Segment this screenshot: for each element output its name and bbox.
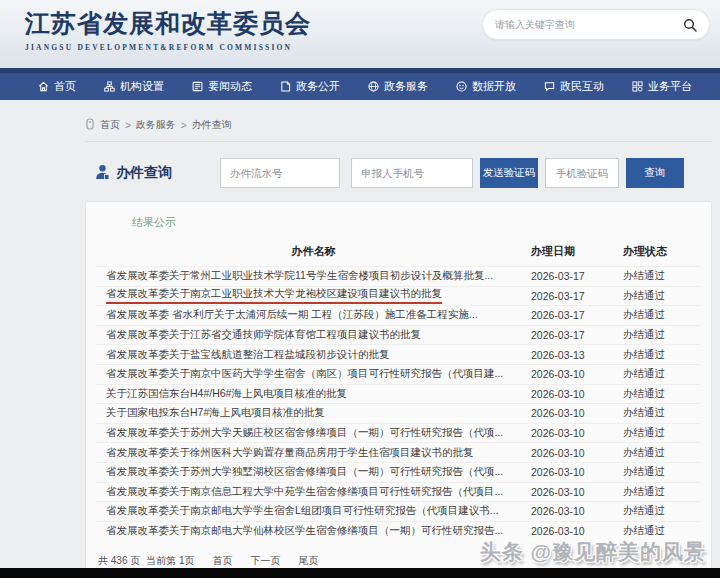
- row-name-text: 省发展改革委 省水利厅关于太浦河后续一期 工程（江苏段）施工准备工程实施...: [106, 308, 478, 320]
- table-row: 省发展改革委关于南京中医药大学学生宿舍（南区）项目可行性研究报告（代项目建...…: [96, 364, 701, 384]
- row-name[interactable]: 省发展改革委关于盐宝线航道整治工程盐城段初步设计的批复: [96, 348, 531, 362]
- nav-item-home[interactable]: 首页: [38, 79, 76, 94]
- nav-label: 数据开放: [472, 79, 516, 94]
- pagination-total: 共 436 页: [98, 554, 140, 568]
- person-icon: [95, 164, 110, 183]
- row-name[interactable]: 省发展改革委关于南京信息工程大学中苑学生宿舍修缮项目可行性研究报告（代项目...: [96, 485, 531, 499]
- row-date: 2026-03-17: [531, 270, 623, 282]
- table-row: 省发展改革委关于南京邮电大学学生宿舍L组团项目可行性研究报告（代项目建议书...…: [96, 501, 701, 521]
- nav-label: 要闻动态: [208, 79, 252, 94]
- row-status: 办结通过: [623, 524, 701, 538]
- nav-label: 政务公开: [296, 79, 340, 94]
- row-name[interactable]: 关于江苏国信东台H4#/H6#海上风电项目核准的批复: [96, 387, 531, 401]
- case-query-form: 办件查询 发送验证码 查询: [95, 158, 720, 188]
- breadcrumb-home[interactable]: 首页: [100, 118, 120, 132]
- row-status: 办结通过: [623, 387, 701, 401]
- row-status: 办结通过: [623, 426, 701, 440]
- row-date: 2026-03-10: [531, 427, 623, 439]
- table-row: 省发展改革委关于苏州大学独墅湖校区宿舍修缮项目（一期）可行性研究报告（代项...…: [96, 462, 701, 482]
- row-name-text: 关于国家电投东台H7#海上风电项目核准的批复: [106, 406, 325, 418]
- bottom-black-bar: [0, 568, 720, 578]
- search-input[interactable]: [495, 19, 683, 30]
- site-header: 江苏省发展和改革委员会 JIANGSU DEVELOPMENT&REFORM C…: [0, 0, 720, 68]
- row-date: 2026-03-10: [531, 505, 623, 517]
- nav-label: 业务平台: [648, 79, 692, 94]
- row-status: 办结通过: [623, 269, 701, 283]
- nav-label: 首页: [54, 79, 76, 94]
- column-header-date: 办理日期: [531, 244, 623, 259]
- nav-label: 政务服务: [384, 79, 428, 94]
- row-name[interactable]: 省发展改革委关于南京工业职业技术大学龙袍校区建设项目建议书的批复: [96, 287, 531, 304]
- form-title-text: 办件查询: [116, 164, 172, 182]
- column-header-status: 办理状态: [623, 244, 701, 259]
- nav-item-disclosure[interactable]: 政务公开: [280, 79, 340, 94]
- row-name-text: 省发展改革委关于苏州大学独墅湖校区宿舍修缮项目（一期）可行性研究报告（代项...: [106, 465, 503, 477]
- row-name[interactable]: 省发展改革委 省水利厅关于太浦河后续一期 工程（江苏段）施工准备工程实施...: [96, 308, 531, 322]
- table-row: 省发展改革委关于南京工业职业技术大学龙袍校区建设项目建议书的批复 2026-03…: [96, 286, 701, 306]
- form-title: 办件查询: [95, 164, 172, 183]
- org-chart-icon: [104, 81, 115, 92]
- row-name-text: 省发展改革委关于苏州大学天赐庄校区宿舍修缮项目（一期）可行性研究报告（代项...: [106, 426, 503, 438]
- breadcrumb-separator: >: [181, 120, 187, 131]
- nav-item-news[interactable]: 要闻动态: [192, 79, 252, 94]
- table-row: 省发展改革委关于苏州大学天赐庄校区宿舍修缮项目（一期）可行性研究报告（代项...…: [96, 423, 701, 443]
- row-name-text: 省发展改革委关于盐宝线航道整治工程盐城段初步设计的批复: [106, 348, 390, 360]
- serial-number-input[interactable]: [220, 158, 340, 188]
- row-name[interactable]: 省发展改革委关于南京邮电大学学生宿舍L组团项目可行性研究报告（代项目建议书...: [96, 504, 531, 518]
- pagination-current: 当前第 1页: [146, 554, 194, 568]
- row-date: 2026-03-10: [531, 466, 623, 478]
- results-card: 结果公示 办件名称 办理日期 办理状态 省发展改革委关于常州工业职业技术学院11…: [85, 201, 712, 578]
- header-search[interactable]: [482, 9, 710, 40]
- nav-item-platform[interactable]: 业务平台: [632, 79, 692, 94]
- row-status: 办结通过: [623, 328, 701, 342]
- row-name-text: 省发展改革委关于南京中医药大学学生宿舍（南区）项目可行性研究报告（代项目建...: [106, 367, 503, 379]
- table-row: 关于江苏国信东台H4#/H6#海上风电项目核准的批复 2026-03-10 办结…: [96, 384, 701, 404]
- row-name[interactable]: 省发展改革委关于苏州大学天赐庄校区宿舍修缮项目（一期）可行性研究报告（代项...: [96, 426, 531, 440]
- globe-icon: [368, 81, 379, 92]
- row-status: 办结通过: [623, 289, 701, 303]
- row-name[interactable]: 省发展改革委关于江苏省交通技师学院体育馆工程项目建议书的批复: [96, 328, 531, 342]
- row-name-text: 关于江苏国信东台H4#/H6#海上风电项目核准的批复: [106, 387, 347, 399]
- document-icon: [280, 81, 291, 92]
- table-row: 关于国家电投东台H7#海上风电项目核准的批复 2026-03-10 办结通过: [96, 403, 701, 423]
- row-status: 办结通过: [623, 308, 701, 322]
- row-name[interactable]: 省发展改革委关于常州工业职业技术学院11号学生宿舍楼项目初步设计及概算批复...: [96, 269, 531, 283]
- column-header-name: 办件名称: [96, 244, 531, 259]
- pagination-last[interactable]: 尾页: [299, 554, 319, 568]
- row-name-text: 省发展改革委关于南京邮电大学学生宿舍L组团项目可行性研究报告（代项目建议书...: [106, 504, 499, 516]
- location-icon: [85, 118, 95, 132]
- row-status: 办结通过: [623, 504, 701, 518]
- pagination-first[interactable]: 首页: [213, 554, 233, 568]
- table-row: 省发展改革委关于徐州医科大学购置存量商品房用于学生住宿项目建议书的批复 2026…: [96, 442, 701, 462]
- grid-icon: [632, 81, 643, 92]
- main-nav: 首页 机构设置 要闻动态 政务公开 政务服务 数据开放 政民互动 业务平台: [0, 73, 720, 100]
- verification-code-input[interactable]: [545, 158, 619, 188]
- row-name[interactable]: 关于国家电投东台H7#海上风电项目核准的批复: [96, 406, 531, 420]
- breadcrumb: 首页 > 政务服务 > 办件查询: [85, 118, 712, 142]
- row-date: 2026-03-10: [531, 388, 623, 400]
- row-date: 2026-03-17: [531, 309, 623, 321]
- site-subtitle: JIANGSU DEVELOPMENT&REFORM COMMISSION: [25, 43, 311, 52]
- table-row: 省发展改革委 省水利厅关于太浦河后续一期 工程（江苏段）施工准备工程实施... …: [96, 305, 701, 325]
- nav-item-services[interactable]: 政务服务: [368, 79, 428, 94]
- row-status: 办结通过: [623, 367, 701, 381]
- nav-item-interaction[interactable]: 政民互动: [544, 79, 604, 94]
- row-name[interactable]: 省发展改革委关于苏州大学独墅湖校区宿舍修缮项目（一期）可行性研究报告（代项...: [96, 465, 531, 479]
- row-status: 办结通过: [623, 348, 701, 362]
- row-name[interactable]: 省发展改革委关于南京邮电大学仙林校区学生宿舍修缮项目（一期）可行性研究报告...: [96, 524, 531, 538]
- table-row: 省发展改革委关于常州工业职业技术学院11号学生宿舍楼项目初步设计及概算批复...…: [96, 266, 701, 286]
- row-name[interactable]: 省发展改革委关于南京中医药大学学生宿舍（南区）项目可行性研究报告（代项目建...: [96, 367, 531, 381]
- row-name[interactable]: 省发展改革委关于徐州医科大学购置存量商品房用于学生住宿项目建议书的批复: [96, 446, 531, 460]
- row-date: 2026-03-13: [531, 349, 623, 361]
- nav-item-data[interactable]: 数据开放: [456, 79, 516, 94]
- pagination-next[interactable]: 下一页: [251, 554, 281, 568]
- row-date: 2026-03-10: [531, 447, 623, 459]
- row-name-text: 省发展改革委关于常州工业职业技术学院11号学生宿舍楼项目初步设计及概算批复...: [106, 269, 493, 281]
- send-code-button[interactable]: 发送验证码: [480, 158, 538, 188]
- search-icon[interactable]: [683, 18, 697, 32]
- nav-item-org[interactable]: 机构设置: [104, 79, 164, 94]
- site-title: 江苏省发展和改革委员会: [25, 7, 311, 40]
- phone-number-input[interactable]: [351, 158, 473, 188]
- breadcrumb-services[interactable]: 政务服务: [136, 118, 176, 132]
- query-button[interactable]: 查询: [626, 158, 684, 188]
